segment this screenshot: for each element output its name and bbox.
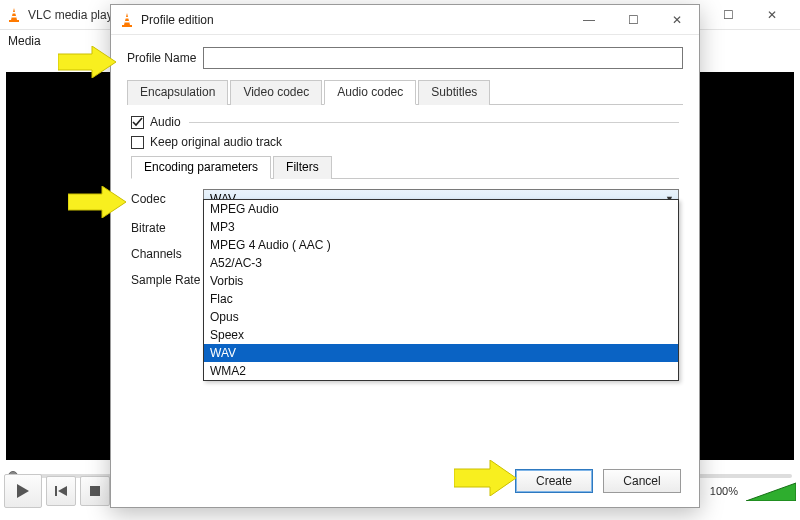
checkbox-icon xyxy=(131,116,144,129)
svg-marker-6 xyxy=(58,486,67,496)
keep-original-checkbox[interactable]: Keep original audio track xyxy=(131,135,679,149)
volume-slider[interactable] xyxy=(746,481,796,501)
codec-tabs: Encapsulation Video codec Audio codec Su… xyxy=(127,79,683,105)
svg-rect-7 xyxy=(90,486,100,496)
profile-name-label: Profile Name xyxy=(127,51,203,65)
dialog-body: Profile Name Encapsulation Video codec A… xyxy=(111,35,699,507)
codec-label: Codec xyxy=(131,192,203,206)
codec-option[interactable]: A52/AC-3 xyxy=(204,254,678,272)
volume-percent: 100% xyxy=(710,485,738,497)
tab-encoding-parameters[interactable]: Encoding parameters xyxy=(131,156,271,179)
maximize-icon[interactable]: ☐ xyxy=(706,1,750,29)
codec-option[interactable]: WMA2 xyxy=(204,362,678,380)
profile-name-input[interactable] xyxy=(203,47,683,69)
minimize-icon[interactable]: — xyxy=(567,6,611,34)
create-button[interactable]: Create xyxy=(515,469,593,493)
vlc-cone-icon xyxy=(6,7,22,23)
sample-rate-label: Sample Rate xyxy=(131,273,203,287)
svg-rect-19 xyxy=(122,25,132,27)
audio-checkbox-label: Audio xyxy=(150,115,181,129)
profile-edition-dialog: Profile edition — ☐ ✕ Profile Name Encap… xyxy=(110,4,700,508)
cancel-button[interactable]: Cancel xyxy=(603,469,681,493)
bitrate-label: Bitrate xyxy=(131,221,203,235)
codec-option[interactable]: WAV xyxy=(204,344,678,362)
svg-marker-17 xyxy=(746,483,796,501)
dialog-window-controls: — ☐ ✕ xyxy=(567,6,699,34)
svg-marker-18 xyxy=(124,13,130,25)
codec-option[interactable]: Vorbis xyxy=(204,272,678,290)
dialog-title: Profile edition xyxy=(141,13,567,27)
codec-option[interactable]: Flac xyxy=(204,290,678,308)
svg-rect-21 xyxy=(125,21,130,23)
codec-option[interactable]: MPEG Audio xyxy=(204,200,678,218)
channels-label: Channels xyxy=(131,247,203,261)
svg-rect-20 xyxy=(125,17,129,19)
svg-marker-23 xyxy=(68,186,126,218)
tab-encapsulation[interactable]: Encapsulation xyxy=(127,80,228,105)
codec-option[interactable]: MPEG 4 Audio ( AAC ) xyxy=(204,236,678,254)
codec-option[interactable]: Opus xyxy=(204,308,678,326)
tab-filters[interactable]: Filters xyxy=(273,156,332,179)
svg-rect-2 xyxy=(12,12,16,14)
encoding-parameters-panel: Codec WAV ▼ MPEG AudioMP3MPEG 4 Audio ( … xyxy=(131,179,679,287)
svg-rect-5 xyxy=(55,486,57,496)
svg-marker-0 xyxy=(11,8,17,20)
tab-subtitles[interactable]: Subtitles xyxy=(418,80,490,105)
tab-video-codec[interactable]: Video codec xyxy=(230,80,322,105)
vlc-cone-icon xyxy=(119,12,135,28)
codec-dropdown-list[interactable]: MPEG AudioMP3MPEG 4 Audio ( AAC )A52/AC-… xyxy=(203,199,679,381)
annotation-arrow-create xyxy=(454,460,516,500)
maximize-icon[interactable]: ☐ xyxy=(611,6,655,34)
codec-option[interactable]: Speex xyxy=(204,326,678,344)
play-button[interactable] xyxy=(4,474,42,508)
close-icon[interactable]: ✕ xyxy=(750,1,794,29)
stop-button[interactable] xyxy=(80,476,110,506)
audio-codec-panel: Audio Keep original audio track Encoding… xyxy=(127,105,683,303)
annotation-arrow-profile-name xyxy=(58,46,116,82)
svg-marker-22 xyxy=(58,46,116,78)
tab-audio-codec[interactable]: Audio codec xyxy=(324,80,416,105)
svg-rect-3 xyxy=(12,16,17,18)
dialog-titlebar: Profile edition — ☐ ✕ xyxy=(111,5,699,35)
annotation-arrow-codec xyxy=(68,186,126,222)
audio-checkbox[interactable]: Audio xyxy=(131,115,679,129)
profile-name-row: Profile Name xyxy=(127,47,683,69)
svg-rect-1 xyxy=(9,20,19,22)
dialog-buttons: Create Cancel xyxy=(515,469,681,493)
svg-marker-4 xyxy=(17,484,29,498)
separator-line xyxy=(189,122,679,123)
menu-media[interactable]: Media xyxy=(8,34,41,48)
codec-option[interactable]: MP3 xyxy=(204,218,678,236)
svg-marker-24 xyxy=(454,460,516,496)
keep-original-label: Keep original audio track xyxy=(150,135,282,149)
close-icon[interactable]: ✕ xyxy=(655,6,699,34)
checkbox-icon xyxy=(131,136,144,149)
encoding-subtabs: Encoding parameters Filters xyxy=(131,155,679,179)
previous-button[interactable] xyxy=(46,476,76,506)
